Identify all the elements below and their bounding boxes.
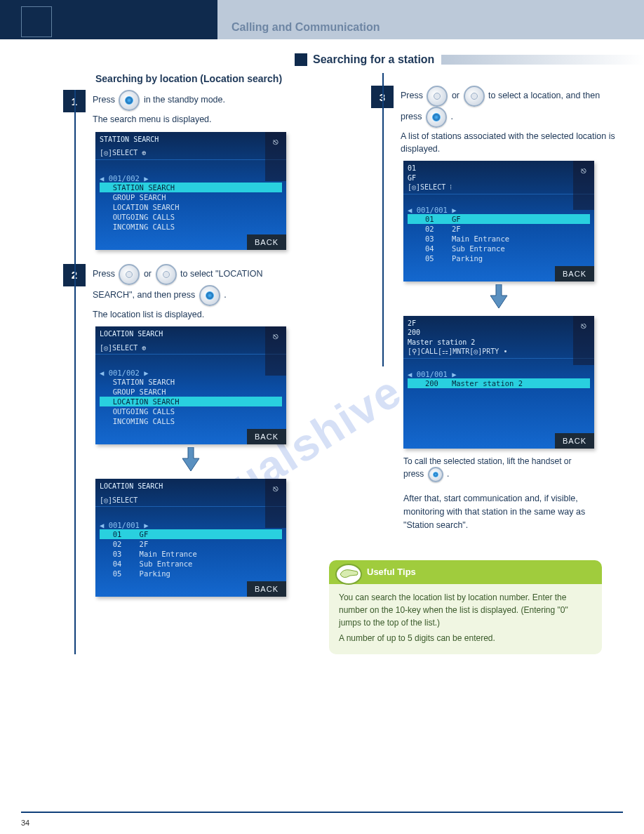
step-1: 1 Press in the standby mode. The search … [21,90,315,126]
list-item: OUTGOING CALLS [100,406,282,416]
step2-after1: to select "LOCATION [180,269,262,279]
step3-mid: or [452,91,462,100]
header-title: Calling and Communication [232,21,644,34]
step2-mid: or [144,269,154,279]
dial-center-icon [119,90,140,111]
step2-after3: . [224,290,226,300]
step-text: Press or to select a location, and then … [401,86,623,155]
list-item: 03 Main Entrance [100,549,282,559]
dial-up-icon [119,264,140,285]
tips-body: You can search the location list by loca… [329,584,602,654]
step2-after2: SEARCH", and then press [93,290,198,300]
screen3-list: 01 GF 02 2F 03 Main Entrance 04 Sub Entr… [95,529,286,581]
back-button[interactable]: BACK [247,429,286,444]
bookmark-icon: ⎋ [265,132,286,181]
after-note: After that, start communication and, if … [403,492,623,531]
page-number: 34 [21,819,29,827]
subheader-bar [441,55,644,65]
list-item: STATION SEARCH [100,183,282,192]
header-left [0,0,217,39]
tip-line1: You can search the location list by loca… [339,591,592,629]
subheader: Searching for a station [295,53,644,66]
screen2-list: STATION SEARCH GROUP SEARCH LOCATION SEA… [95,377,286,429]
step1-before: Press [93,95,115,105]
back-button[interactable]: BACK [555,266,594,282]
screen-2: ⎋ LOCATION SEARCH [◎]SELECT ⊕ ◀ 001/002 … [95,326,286,444]
header-right: Calling and Communication [217,0,644,39]
list-item: 200 Master station 2 [408,378,590,388]
step-2: 2 Press or to select "LOCATION SEARCH", … [21,264,315,322]
screen5-pager: ◀ 001/001 ▶ [403,369,594,378]
screen1-title: STATION SEARCH [100,135,282,145]
step3-after1: to select a location, and then [488,91,600,100]
screen-1: ⎋ STATION SEARCH [◎]SELECT ⊕ ◀ 001/002 ▶… [95,132,286,250]
step1-after: in the standby mode. [144,95,225,105]
list-item: OUTGOING CALLS [100,212,282,222]
pointing-hand-icon [333,559,364,587]
list-item: 03 Main Entrance [408,234,590,244]
bookmark-icon: ⎋ [573,316,594,365]
section-title: Searching by location (Location search) [95,73,315,84]
list-item: 02 2F [408,224,590,234]
screen2-title: LOCATION SEARCH [100,329,282,339]
screen1-pager: ◀ 001/002 ▶ [95,173,286,183]
step3-before: Press [401,91,425,100]
list-item: INCOMING CALLS [100,416,282,426]
tips-box: Useful Tips You can search the location … [329,560,602,654]
step-text: Press in the standby mode. The search me… [93,90,315,126]
call-instruction: To call the selected station, lift the h… [403,456,623,483]
header-icon-box [21,6,52,37]
dial-down-icon [156,264,177,285]
screen-3: ⎋ LOCATION SEARCH [◎]SELECT ◀ 001/001 ▶ … [95,479,286,597]
screen1-list: STATION SEARCH GROUP SEARCH LOCATION SEA… [95,183,286,234]
screen3-title: LOCATION SEARCH [100,482,282,491]
dial-center-icon [426,107,447,128]
back-button[interactable]: BACK [247,234,286,250]
bookmark-icon: ⎋ [573,161,594,210]
step2-before: Press [93,269,115,279]
back-button[interactable]: BACK [555,433,594,449]
screen5-t2: 200 [408,328,590,338]
call-text3: . [447,469,449,479]
step2-note: The location list is displayed. [93,309,315,322]
subheader-label: Searching for a station [313,53,434,66]
step-text: Press or to select "LOCATION SEARCH", an… [93,264,315,322]
right-column: 3 Press or to select a location, and the… [329,66,623,654]
screen5-t3: Master station 2 [408,338,590,348]
step3-after2: press [401,112,424,121]
step3-note: A list of stations associated with the s… [401,131,623,155]
list-item: GROUP SEARCH [100,192,282,202]
list-item: 05 Parking [100,569,282,578]
screen2-sub: [◎]SELECT ⊕ [100,343,282,353]
list-item: LOCATION SEARCH [100,202,282,212]
tip-line2: A number of up to 5 digits can be entere… [339,632,592,644]
list-item: 01 GF [100,529,282,539]
list-item: 01 GF [408,214,590,224]
list-item: INCOMING CALLS [100,222,282,232]
step3-after3: . [451,112,453,121]
list-item: STATION SEARCH [100,377,282,387]
list-item: 04 Sub Entrance [100,559,282,569]
bookmark-icon: ⎋ [265,326,286,376]
bookmark-icon: ⎋ [265,479,286,528]
tips-header: Useful Tips [329,560,602,584]
screen4-t1: 01 [408,164,590,173]
page-header: Calling and Communication [0,0,644,39]
dial-down-icon [464,86,485,107]
screen-4: ⎋ 01 GF [◎]SELECT ⁝ ◀ 001/001 ▶ 01 GF 02… [403,161,594,282]
screen4-pager: ◀ 001/001 ▶ [403,204,594,214]
screen5-list: 200 Master station 2 [403,378,594,391]
list-item: 04 Sub Entrance [408,244,590,253]
arrow-down-icon [403,284,594,310]
screen4-list: 01 GF 02 2F 03 Main Entrance 04 Sub Entr… [403,214,594,266]
screen3-sub: [◎]SELECT [100,496,282,505]
column-vertical-line [74,90,76,654]
screen-5: ⎋ 2F 200 Master station 2 [⚲]CALL[⚏]MNTR… [403,316,594,449]
screen1-sub: [◎]SELECT ⊕ [100,148,282,158]
step1-note: The search menu is displayed. [93,114,315,126]
back-button[interactable]: BACK [247,581,286,597]
column-vertical-line [382,73,384,366]
call-text2: press [403,469,427,479]
screen2-pager: ◀ 001/002 ▶ [95,367,286,377]
step-3: 3 Press or to select a location, and the… [329,86,623,155]
